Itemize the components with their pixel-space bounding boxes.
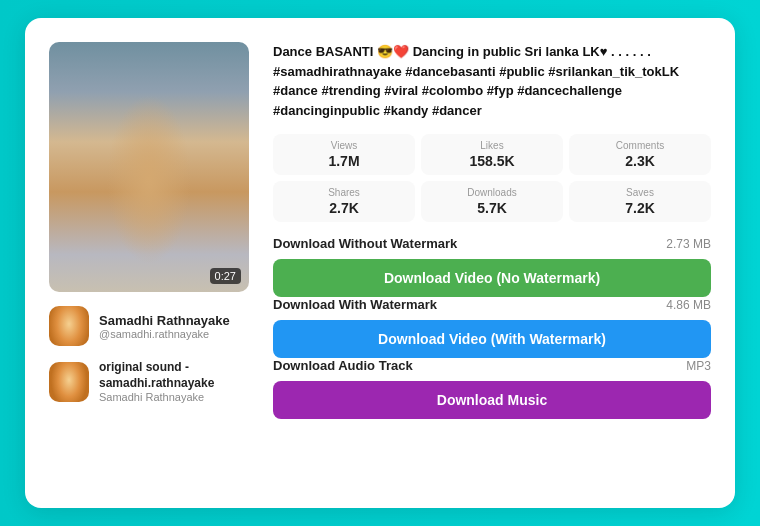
stats-grid: Views1.7MLikes158.5KComments2.3KShares2.… xyxy=(273,134,711,222)
right-panel: Dance BASANTI 😎❤️ Dancing in public Sri … xyxy=(273,42,711,484)
video-image xyxy=(49,42,249,292)
left-panel: 0:27 Samadhi Rathnayake @samadhi.rathnay… xyxy=(49,42,249,484)
sound-title: original sound - samadhi.rathnayake xyxy=(99,360,249,391)
download-size: 2.73 MB xyxy=(666,237,711,251)
user-text: Samadhi Rathnayake @samadhi.rathnayake xyxy=(99,313,230,340)
stat-value: 2.7K xyxy=(329,200,359,216)
user-handle: @samadhi.rathnayake xyxy=(99,328,230,340)
download-header: Download Without Watermark2.73 MB xyxy=(273,236,711,251)
download-title: Download Audio Track xyxy=(273,358,413,373)
user-name: Samadhi Rathnayake xyxy=(99,313,230,328)
stat-label: Shares xyxy=(328,187,360,198)
video-duration: 0:27 xyxy=(210,268,241,284)
download-sections: Download Without Watermark2.73 MBDownloa… xyxy=(273,236,711,419)
download-size: MP3 xyxy=(686,359,711,373)
user-info: Samadhi Rathnayake @samadhi.rathnayake xyxy=(49,306,249,346)
download-with-watermark-button[interactable]: Download Video (With Watermark) xyxy=(273,320,711,358)
stat-item: Shares2.7K xyxy=(273,181,415,222)
stat-value: 2.3K xyxy=(625,153,655,169)
stat-value: 5.7K xyxy=(477,200,507,216)
download-music-button[interactable]: Download Music xyxy=(273,381,711,419)
stat-item: Downloads5.7K xyxy=(421,181,563,222)
stat-item: Comments2.3K xyxy=(569,134,711,175)
stat-label: Views xyxy=(331,140,358,151)
stat-item: Saves7.2K xyxy=(569,181,711,222)
sound-text: original sound - samadhi.rathnayake Sama… xyxy=(99,360,249,403)
video-thumbnail: 0:27 xyxy=(49,42,249,292)
stat-label: Downloads xyxy=(467,187,516,198)
main-card: 0:27 Samadhi Rathnayake @samadhi.rathnay… xyxy=(25,18,735,508)
stat-value: 158.5K xyxy=(469,153,514,169)
sound-thumbnail xyxy=(49,362,89,402)
download-section: Download Audio TrackMP3Download Music xyxy=(273,358,711,419)
download-header: Download Audio TrackMP3 xyxy=(273,358,711,373)
stat-label: Comments xyxy=(616,140,664,151)
video-description: Dance BASANTI 😎❤️ Dancing in public Sri … xyxy=(273,42,711,120)
stat-value: 1.7M xyxy=(328,153,359,169)
stat-label: Likes xyxy=(480,140,503,151)
stat-item: Likes158.5K xyxy=(421,134,563,175)
sound-artist: Samadhi Rathnayake xyxy=(99,391,249,403)
download-size: 4.86 MB xyxy=(666,298,711,312)
download-section: Download With Watermark4.86 MBDownload V… xyxy=(273,297,711,358)
stat-value: 7.2K xyxy=(625,200,655,216)
download-title: Download With Watermark xyxy=(273,297,437,312)
download-section: Download Without Watermark2.73 MBDownloa… xyxy=(273,236,711,297)
download-no-watermark-button[interactable]: Download Video (No Watermark) xyxy=(273,259,711,297)
stat-label: Saves xyxy=(626,187,654,198)
download-title: Download Without Watermark xyxy=(273,236,457,251)
download-header: Download With Watermark4.86 MB xyxy=(273,297,711,312)
stat-item: Views1.7M xyxy=(273,134,415,175)
user-avatar xyxy=(49,306,89,346)
sound-info: original sound - samadhi.rathnayake Sama… xyxy=(49,360,249,403)
